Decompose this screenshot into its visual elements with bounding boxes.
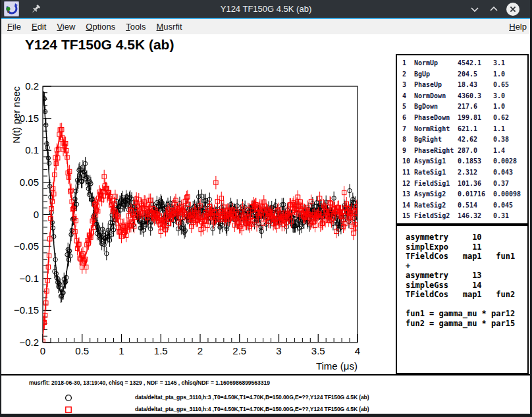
y-tick-label: −0.1 [19,273,39,284]
data-series [41,123,359,348]
x-tick-label: 2.5 [232,345,246,356]
fit-parameters-panel[interactable]: 1NormUp4542.13.12BgUp204.51.03PhaseUp18.… [396,54,529,225]
parameter-row: 2BgUp204.51.0 [402,69,527,80]
maximize-button[interactable] [487,2,501,16]
x-tick-label: 3 [276,345,281,356]
legend-label: data/deltat_pta_gps_3110,h:4 ,T0=4.50K,T… [135,406,369,412]
plot-svg[interactable]: −0.2−0.15−0.1−0.0500.050.10.150.200.511.… [0,34,395,374]
menu-item-options[interactable]: Options [80,22,120,32]
theory-panel[interactable]: asymmetry 10 simplExpo 11 TFieldCos map1… [396,225,529,374]
x-tick-label: 3.5 [311,345,325,356]
parameter-row: 14RateSig20.5140.045 [402,200,527,211]
y-tick-label: 0.15 [20,113,39,124]
menu-item-edit[interactable]: Edit [26,22,51,32]
parameter-row: 7NormRight621.11.1 [402,124,527,135]
parameter-row: 9PhaseRight287.01.4 [402,146,527,157]
parameter-row: 15FieldSig2146.320.31 [402,211,527,222]
x-tick-label: 1 [119,345,124,356]
parameter-row: 5BgDown217.61.0 [402,101,527,113]
menu-item-file[interactable]: File [2,22,26,32]
x-tick-label: 2 [198,345,203,356]
parameter-row: 13AsymSig20.017160.00098 [402,189,527,200]
y-tick-label: 0 [34,209,39,220]
parameters-list: 1NormUp4542.13.12BgUp204.51.03PhaseUp18.… [397,55,527,222]
x-tick-label: 0.5 [75,345,89,356]
menu-item-tools[interactable]: Tools [120,22,151,32]
legend-item: data/deltat_pta_gps_3110,h:3 ,T0=4.50K,T… [0,393,532,404]
application-window: Y124 TF150G 4.5K (ab) FileEditViewOption… [0,0,532,417]
fit-status-text: musrfit: 2018-06-30, 13:19:40, chisq = 1… [29,379,270,386]
parameter-row: 10AsymSig10.18530.0028 [402,156,527,167]
menu-item-musrfit[interactable]: Musrfit [151,22,188,32]
parameter-row: 8BgRight42.620.38 [402,134,527,146]
menu-item-help[interactable]: Help [504,22,532,32]
y-tick-label: −0.2 [19,337,39,348]
y-tick-label: −0.05 [14,240,39,252]
menu-item-view[interactable]: View [51,22,80,32]
minimize-button[interactable] [467,2,482,16]
parameter-row: 3PhaseUp18.430.65 [402,80,527,91]
menubar-items: FileEditViewOptionsToolsMusrfit [0,22,188,32]
parameter-row: 4NormDown4360.33.0 [402,91,527,102]
menubar: FileEditViewOptionsToolsMusrfit Help [0,19,532,35]
data-series [41,75,359,303]
window-border-bottom [0,414,532,417]
x-tick-label: 4 [355,345,360,356]
x-tick-label: 1.5 [154,345,168,356]
x-tick-label: 0 [40,345,45,356]
window-title: Y124 TF150G 4.5K (ab) [0,0,532,18]
fit-curve [43,136,358,337]
parameter-row: 12FieldSig1101.360.37 [402,179,527,190]
x-axis-title: Time (μs) [316,360,358,372]
close-button[interactable] [506,2,520,16]
parameter-row: 11RateSig12.3120.043 [402,167,527,179]
legend-label: data/deltat_pta_gps_3110,h:3 ,T0=4.50K,T… [135,394,369,401]
plot-canvas-area: Y124 TF150G 4.5K (ab) −0.2−0.15−0.1−0.05… [0,34,532,374]
status-area: musrfit: 2018-06-30, 13:19:40, chisq = 1… [0,374,532,414]
legend-open-square-icon [65,406,72,414]
y-tick-label: 0.05 [20,177,39,188]
window-border-left [0,0,1,417]
titlebar[interactable]: Y124 TF150G 4.5K (ab) [0,0,532,18]
theory-text: asymmetry 10 simplExpo 11 TFieldCos map1… [406,233,527,328]
fit-curve [43,92,358,292]
y-axis-title: N(t) per nsec [11,86,22,144]
y-tick-label: −0.15 [14,304,39,316]
y-tick-label: 0.2 [25,80,39,92]
parameter-row: 6PhaseDown199.810.62 [402,113,527,124]
y-tick-label: 0.1 [25,144,39,155]
parameter-row: 1NormUp4542.13.1 [402,58,527,69]
legend-open-circle-icon [65,394,72,402]
